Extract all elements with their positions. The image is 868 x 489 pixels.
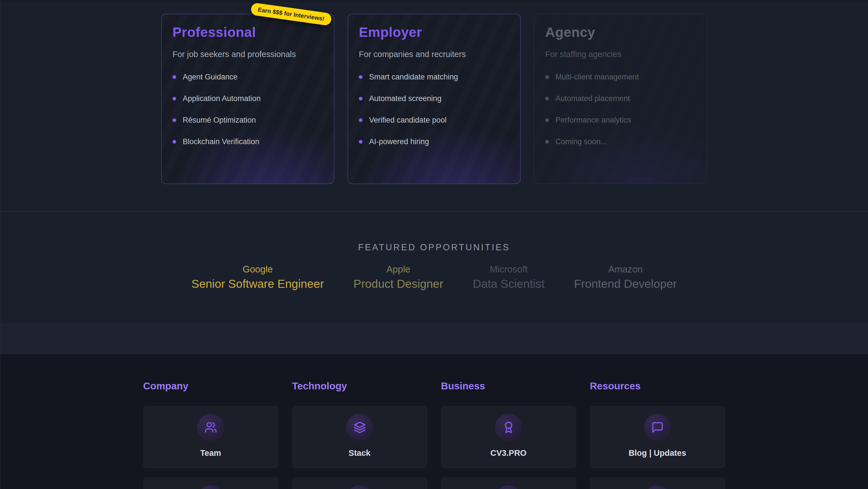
featured-item-google[interactable]: Google Senior Software Engineer [191,264,324,291]
featured-item-microsoft[interactable]: Microsoft Data Scientist [473,264,545,291]
featured-role: Senior Software Engineer [191,277,324,291]
landing-page: Professional For job seekers and profess… [0,0,868,489]
bullet-icon [359,97,363,100]
speech-bubble-icon [651,421,664,434]
plan-feature-label: Agent Guidance [183,73,238,82]
plan-feature: Agent Guidance [173,73,323,82]
footer-card-cv3pro[interactable]: CV3.PRO [441,406,576,468]
featured-item-apple[interactable]: Apple Product Designer [353,264,443,291]
bullet-icon [173,118,176,122]
bullet-icon [359,118,363,122]
featured-company: Apple [353,264,443,275]
plan-feature-label: Multi-client management [555,73,639,82]
plan-feature-label: Performance analytics [555,116,631,124]
icon-circle [346,414,373,441]
plan-feature-label: Blockchain Verification [183,137,259,146]
plan-feature: Résumé Optimization [173,116,323,124]
plan-feature-list: Multi-client management Automated placem… [545,73,696,146]
featured-company: Amazon [574,264,677,275]
icon-circle [495,485,522,489]
plan-feature: Smart candidate matching [359,73,509,82]
footer-card-label: Team [200,449,221,458]
bullet-icon [359,140,363,144]
footer-card-partial[interactable] [590,477,725,489]
plan-feature-label: Résumé Optimization [183,116,256,124]
plan-feature-list: Agent Guidance Application Automation Ré… [173,73,323,146]
plan-feature: Blockchain Verification [173,137,323,146]
plan-feature-label: Verified candidate pool [369,116,446,124]
plan-feature: Multi-client management [545,73,696,82]
footer-column-title: Technology [292,380,427,392]
featured-opportunities-section: FEATURED OPPORTUNITIES Google Senior Sof… [0,211,868,324]
plan-feature-label: AI-powered hiring [369,137,429,146]
footer-column-title: Business [441,380,576,392]
featured-company: Google [191,264,324,275]
plan-feature: Automated placement [545,94,696,103]
plan-feature: AI-powered hiring [359,137,509,146]
footer-card-partial[interactable] [143,477,278,489]
bullet-icon [545,75,549,79]
footer: Company Team [0,354,868,489]
plan-tagline: For job seekers and professionals [173,50,323,59]
plan-card-agency[interactable]: Agency For staffing agencies Multi-clien… [534,14,707,184]
plan-feature-label: Application Automation [183,94,261,103]
footer-column-title: Company [143,380,278,392]
icon-circle [644,414,671,441]
plan-feature: Verified candidate pool [359,116,509,124]
bullet-icon [545,140,549,144]
footer-card-partial[interactable] [292,477,427,489]
featured-role: Frontend Developer [574,277,677,291]
plan-feature-label: Coming soon... [555,137,607,146]
bullet-icon [173,75,176,79]
plan-feature: Coming soon... [545,137,696,146]
plan-tagline: For staffing agencies [545,50,696,59]
icon-circle [495,414,522,441]
footer-column-business: Business CV3.PRO [441,380,576,489]
plan-feature: Automated screening [359,94,509,103]
featured-role: Data Scientist [473,277,545,291]
footer-card-label: CV3.PRO [491,449,526,458]
featured-heading: FEATURED OPPORTUNITIES [0,242,868,253]
footer-card-label: Blog | Updates [628,449,686,458]
plan-title: Professional [173,24,323,40]
bullet-icon [173,97,176,100]
featured-role: Product Designer [353,277,443,291]
footer-card-partial[interactable] [441,477,576,489]
layers-icon [353,421,366,434]
featured-item-amazon[interactable]: Amazon Frontend Developer [574,264,677,291]
plan-feature-label: Automated screening [369,94,441,103]
plans-section: Professional For job seekers and profess… [0,3,868,211]
icon-circle [197,414,224,441]
footer-card-blog[interactable]: Blog | Updates [590,406,725,468]
plan-card-employer[interactable]: Employer For companies and recruiters Sm… [348,14,521,184]
section-divider-top [0,0,868,3]
footer-card-stack[interactable]: Stack [292,406,427,468]
award-icon [502,421,515,434]
plan-feature-label: Automated placement [555,94,630,103]
featured-company: Microsoft [473,264,545,275]
plan-feature: Performance analytics [545,116,696,124]
bullet-icon [359,75,363,79]
footer-card-label: Stack [349,449,370,458]
plan-feature-list: Smart candidate matching Automated scree… [359,73,509,146]
footer-grid: Company Team [143,380,725,489]
footer-card-team[interactable]: Team [143,406,278,468]
plan-title: Employer [359,24,509,40]
plan-title: Agency [545,24,696,40]
section-spacer-band [0,324,868,354]
plan-tagline: For companies and recruiters [359,50,509,59]
plan-feature: Application Automation [173,94,323,103]
bullet-icon [545,118,549,122]
footer-column-title: Resources [590,380,725,392]
plan-feature-label: Smart candidate matching [369,73,458,82]
icon-circle [197,485,224,489]
icon-circle [346,485,373,489]
bullet-icon [545,97,549,100]
plans-row: Professional For job seekers and profess… [0,14,868,184]
footer-column-company: Company Team [143,380,278,489]
bullet-icon [173,140,176,144]
plan-card-professional[interactable]: Professional For job seekers and profess… [161,14,334,184]
icon-circle [644,485,671,489]
users-icon [205,421,217,434]
footer-column-technology: Technology Stack [292,380,427,489]
